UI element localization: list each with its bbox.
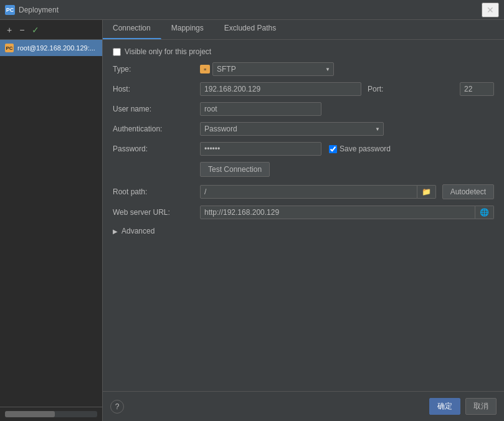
- web-url-row: Web server URL: 🌐: [113, 206, 494, 219]
- username-row: User name:: [113, 102, 494, 116]
- sidebar-bottom: [0, 407, 102, 421]
- root-path-input-group: 📁: [200, 185, 436, 199]
- root-path-input[interactable]: [200, 185, 417, 199]
- username-input[interactable]: [200, 102, 321, 116]
- advanced-arrow-icon: ▶: [113, 228, 118, 235]
- advanced-label: Advanced: [121, 227, 155, 235]
- help-button[interactable]: ?: [110, 400, 124, 414]
- bottom-right: 确定 取消: [429, 398, 497, 415]
- web-server-url-label: Web server URL:: [113, 208, 200, 217]
- scrollbar-thumb: [5, 411, 55, 417]
- type-row: Type: ≡ SFTP FTP Local or mounted folder: [113, 62, 494, 76]
- add-server-button[interactable]: +: [4, 24, 15, 36]
- title-bar: PC Deployment ✕: [0, 0, 504, 20]
- auth-row: Authentication: Password Key pair OpenSS…: [113, 122, 494, 136]
- auth-label: Authentication:: [113, 125, 200, 133]
- tab-connection[interactable]: Connection: [103, 20, 161, 39]
- confirm-button[interactable]: 确定: [429, 398, 460, 415]
- visible-checkbox-label[interactable]: Visible only for this project: [125, 47, 211, 56]
- server-icon: PC: [5, 44, 14, 52]
- save-password-checkbox[interactable]: [329, 145, 337, 153]
- host-input[interactable]: [200, 82, 361, 96]
- form-area: Visible only for this project Type: ≡ SF…: [103, 40, 504, 391]
- horizontal-scrollbar[interactable]: [5, 411, 97, 417]
- auth-select[interactable]: Password Key pair OpenSSH config and aut…: [200, 122, 384, 136]
- tab-excluded-paths[interactable]: Excluded Paths: [214, 20, 287, 39]
- remove-server-button[interactable]: −: [16, 24, 27, 36]
- port-label: Port:: [368, 85, 455, 93]
- username-label: User name:: [113, 105, 200, 113]
- password-input-row: Save password: [200, 142, 391, 156]
- sidebar-item-label: root@192.168.200.129:...: [17, 44, 95, 52]
- port-input[interactable]: [460, 82, 494, 96]
- password-label: Password:: [113, 144, 200, 153]
- tab-mappings[interactable]: Mappings: [161, 20, 214, 39]
- apply-button[interactable]: ✓: [29, 24, 42, 36]
- sidebar-list: PC root@192.168.200.129:...: [0, 40, 102, 407]
- sidebar: + − ✓ PC root@192.168.200.129:...: [0, 20, 103, 421]
- auth-select-wrapper: Password Key pair OpenSSH config and aut…: [200, 122, 384, 136]
- visible-checkbox[interactable]: [113, 48, 121, 56]
- password-row: Password: Save password: [113, 142, 494, 156]
- tab-bar: Connection Mappings Excluded Paths: [103, 20, 504, 40]
- sidebar-toolbar: + − ✓: [0, 20, 102, 40]
- advanced-section[interactable]: ▶ Advanced: [113, 227, 494, 235]
- type-select[interactable]: SFTP FTP Local or mounted folder: [212, 62, 334, 76]
- main-container: + − ✓ PC root@192.168.200.129:... Connec…: [0, 20, 504, 421]
- host-row: Host: Port:: [113, 82, 494, 96]
- app-icon: PC: [5, 5, 15, 15]
- content-area: Connection Mappings Excluded Paths Visib…: [103, 20, 504, 421]
- sftp-icon: ≡: [200, 65, 210, 73]
- type-label: Type:: [113, 65, 200, 73]
- window-title: Deployment: [19, 6, 482, 14]
- type-select-wrapper: ≡ SFTP FTP Local or mounted folder: [200, 62, 334, 76]
- browse-folder-button[interactable]: 📁: [417, 185, 436, 199]
- test-connection-row: Test Connection: [113, 162, 494, 177]
- bottom-bar: ? 确定 取消: [103, 391, 504, 421]
- close-button[interactable]: ✕: [482, 2, 499, 17]
- root-path-label: Root path:: [113, 187, 200, 196]
- web-server-url-input[interactable]: [200, 206, 475, 219]
- save-password-label[interactable]: Save password: [329, 144, 391, 153]
- autodetect-button[interactable]: Autodetect: [442, 184, 494, 199]
- sidebar-item-server[interactable]: PC root@192.168.200.129:...: [0, 40, 102, 56]
- cancel-button[interactable]: 取消: [465, 398, 497, 415]
- host-label: Host:: [113, 85, 200, 93]
- password-input[interactable]: [200, 142, 321, 156]
- bottom-left: ?: [110, 400, 124, 414]
- root-path-row: Root path: 📁 Autodetect: [113, 184, 494, 199]
- web-url-input-group: 🌐: [200, 206, 494, 219]
- open-browser-button[interactable]: 🌐: [475, 206, 494, 219]
- visible-checkbox-row: Visible only for this project: [113, 47, 494, 56]
- test-connection-button[interactable]: Test Connection: [200, 162, 270, 177]
